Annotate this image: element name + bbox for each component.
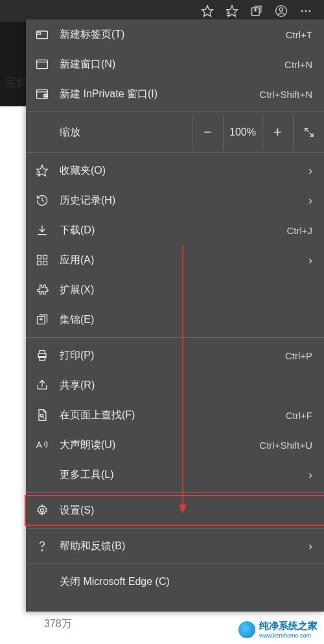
history-icon xyxy=(35,193,49,208)
menu-collections[interactable]: 集锦(E) xyxy=(26,305,324,335)
menu-favorites[interactable]: 收藏夹(O) › xyxy=(26,156,324,185)
menu-label: 应用(A) xyxy=(60,254,308,267)
menu-label: 帮助和反馈(B) xyxy=(60,540,308,553)
svg-marker-0 xyxy=(202,6,213,17)
svg-rect-33 xyxy=(40,357,45,361)
read-aloud-icon xyxy=(35,438,49,452)
menu-label: 新建 InPrivate 窗口(I) xyxy=(60,88,259,101)
svg-point-11 xyxy=(301,10,303,12)
collections-icon[interactable] xyxy=(250,5,263,18)
chevron-right-icon: › xyxy=(308,540,312,553)
svg-rect-15 xyxy=(38,33,40,35)
menu-zoom-row: 缩放 − 100% + xyxy=(26,115,324,150)
menu-label: 扩展(X) xyxy=(60,283,312,297)
svg-line-35 xyxy=(43,417,45,419)
more-icon[interactable] xyxy=(299,5,312,18)
menu-shortcut: Ctrl+P xyxy=(285,350,312,361)
menu-label: 大声朗读(U) xyxy=(60,438,259,452)
menu-print[interactable]: 打印(P) Ctrl+P xyxy=(26,340,324,370)
menu-downloads[interactable]: 下载(D) Ctrl+J xyxy=(26,215,324,245)
menu-new-tab[interactable]: 新建标签页(T) Ctrl+T xyxy=(26,19,324,49)
zoom-value: 100% xyxy=(223,115,262,150)
svg-rect-26 xyxy=(38,261,41,265)
menu-label: 收藏夹(O) xyxy=(60,164,308,178)
watermark-title: 纯净系统之家 xyxy=(259,620,318,632)
menu-shortcut: Ctrl+N xyxy=(284,59,312,70)
menu-separator xyxy=(26,564,324,564)
menu-more-tools[interactable]: 更多工具(L) › xyxy=(26,460,324,490)
menu-label: 下载(D) xyxy=(60,224,286,237)
menu-separator xyxy=(26,337,324,338)
svg-rect-16 xyxy=(37,60,48,68)
watermark-logo-icon xyxy=(238,621,255,638)
menu-label: 新建窗口(N) xyxy=(60,58,284,71)
menu-apps[interactable]: 应用(A) › xyxy=(26,245,324,275)
download-icon xyxy=(35,223,49,237)
extensions-icon xyxy=(35,283,49,297)
menu-label: 打印(P) xyxy=(60,349,285,363)
gear-icon xyxy=(35,503,49,518)
zoom-label: 缩放 xyxy=(60,126,192,139)
menu-label: 共享(R) xyxy=(60,379,312,392)
svg-point-10 xyxy=(279,8,283,11)
menu-shortcut: Ctrl+F xyxy=(286,410,312,421)
zoom-in-button[interactable]: + xyxy=(262,115,293,150)
menu-separator xyxy=(26,112,324,112)
svg-point-12 xyxy=(305,10,307,12)
svg-point-36 xyxy=(41,509,44,512)
menu-new-inprivate[interactable]: 新建 InPrivate 窗口(I) Ctrl+Shift+N xyxy=(26,79,324,109)
chevron-right-icon: › xyxy=(308,254,312,267)
svg-marker-1 xyxy=(227,6,238,17)
menu-read-aloud[interactable]: 大声朗读(U) Ctrl+Shift+U xyxy=(26,430,324,460)
browser-menu: 新建标签页(T) Ctrl+T 新建窗口(N) Ctrl+N 新建 InPriv… xyxy=(26,19,324,612)
menu-label: 设置(S) xyxy=(60,504,312,518)
browser-toolbar xyxy=(0,0,324,22)
menu-label: 集锦(E) xyxy=(60,313,312,327)
menu-settings[interactable]: 设置(S) xyxy=(26,495,324,525)
menu-separator xyxy=(26,528,324,529)
watermark: 纯净系统之家 www.kzmhome.com xyxy=(238,620,318,639)
menu-close-edge[interactable]: 关闭 Microsoft Edge (C) xyxy=(26,567,324,597)
favorites-icon xyxy=(35,163,49,178)
menu-label: 关闭 Microsoft Edge (C) xyxy=(60,575,312,589)
star-icon[interactable] xyxy=(201,5,214,18)
svg-point-13 xyxy=(308,10,310,12)
svg-point-37 xyxy=(41,550,42,551)
menu-separator xyxy=(26,152,324,153)
new-window-icon xyxy=(35,57,49,71)
chevron-right-icon: › xyxy=(308,164,312,178)
profile-icon[interactable] xyxy=(275,5,288,18)
help-icon xyxy=(35,539,49,553)
menu-extensions[interactable]: 扩展(X) xyxy=(26,275,324,305)
find-icon xyxy=(35,408,49,422)
chevron-right-icon: › xyxy=(308,468,312,482)
collections-icon xyxy=(35,313,49,327)
apps-icon xyxy=(35,253,49,267)
chevron-right-icon: › xyxy=(308,194,312,208)
inprivate-icon xyxy=(35,87,49,101)
favorites-icon[interactable] xyxy=(226,5,238,18)
svg-rect-24 xyxy=(38,256,41,259)
menu-help[interactable]: 帮助和反馈(B) › xyxy=(26,531,324,561)
page-partial-text: 宝鸡 xyxy=(5,75,29,90)
menu-label: 历史记录(H) xyxy=(60,194,308,208)
svg-rect-14 xyxy=(37,31,48,39)
menu-shortcut: Ctrl+J xyxy=(286,225,312,236)
menu-new-window[interactable]: 新建窗口(N) Ctrl+N xyxy=(26,49,324,79)
menu-find[interactable]: 在页面上查找(F) Ctrl+F xyxy=(26,400,324,430)
fullscreen-button[interactable] xyxy=(293,115,324,150)
new-tab-icon xyxy=(35,27,49,42)
addressbar-fragment xyxy=(0,22,26,106)
svg-rect-32 xyxy=(40,351,45,353)
menu-label: 更多工具(L) xyxy=(60,468,308,482)
share-icon xyxy=(35,378,49,392)
zoom-out-button[interactable]: − xyxy=(192,115,223,150)
menu-label: 在页面上查找(F) xyxy=(60,409,286,422)
svg-rect-25 xyxy=(43,256,47,259)
page-number-text: 378万 xyxy=(44,617,72,631)
menu-history[interactable]: 历史记录(H) › xyxy=(26,185,324,215)
menu-share[interactable]: 共享(R) xyxy=(26,370,324,400)
empty-icon xyxy=(35,575,49,589)
menu-separator xyxy=(26,492,324,493)
menu-shortcut: Ctrl+T xyxy=(286,29,312,40)
